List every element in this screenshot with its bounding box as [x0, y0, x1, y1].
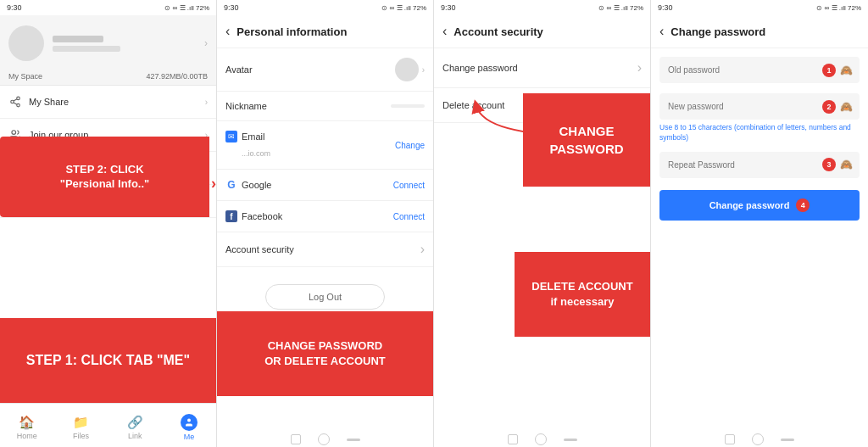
eye-icon-repeat[interactable]: 🙈	[840, 159, 853, 170]
me-badge	[181, 414, 198, 431]
status-icons-4: ⊙ ∞ ☰ .ıll 72%	[816, 4, 861, 12]
back-button[interactable]: ‹	[225, 24, 230, 39]
nickname-label: Nickname	[225, 101, 267, 111]
google-label: Google	[242, 180, 271, 190]
back-button[interactable]: ‹	[659, 24, 664, 39]
nav-home[interactable]: 🏠 Home	[0, 411, 54, 440]
repeat-password-badge: 3	[822, 158, 836, 171]
link-icon: 🔗	[127, 415, 143, 430]
back-gesture	[508, 434, 518, 444]
nav-home-label: Home	[17, 432, 37, 440]
google-row[interactable]: G Google Connect	[217, 170, 433, 201]
menu-item-left: My Share	[8, 95, 69, 109]
nav-me[interactable]: Me	[162, 411, 216, 441]
status-icons-3: ⊙ ∞ ☰ .ıll 72%	[598, 4, 643, 12]
svg-point-2	[17, 103, 20, 107]
email-label: Email	[242, 131, 265, 142]
delete-account-label: Delete account	[442, 100, 504, 110]
status-icons-1: ⊙ ∞ ☰ .ıll 72%	[164, 4, 209, 12]
status-bar-3: 9:30 ⊙ ∞ ☰ .ıll 72%	[434, 0, 650, 15]
logout-button[interactable]: Log Out	[265, 284, 385, 310]
change-password-label: Change password	[442, 63, 518, 73]
facebook-left: f Facebook	[225, 210, 282, 222]
avatar-right: ›	[395, 58, 425, 81]
email-row[interactable]: ✉ Email ...io.com Change	[217, 121, 433, 170]
connect-google-button[interactable]: Connect	[393, 181, 425, 190]
status-bar-2: 9:30 ⊙ ∞ ☰ .ıll 72%	[217, 0, 433, 15]
account-security-chevron-icon: ›	[420, 242, 425, 257]
account-security-label: Account security	[225, 244, 294, 254]
eye-icon-new[interactable]: 🙈	[840, 101, 853, 113]
connect-facebook-button[interactable]: Connect	[393, 212, 425, 221]
chevron-icon: ›	[205, 98, 208, 107]
nickname-value	[391, 104, 425, 108]
nav-link[interactable]: 🔗 Link	[108, 411, 163, 440]
nav-me-label: Me	[184, 433, 195, 441]
back-gesture	[291, 434, 301, 444]
facebook-icon: f	[225, 210, 237, 222]
time-2: 9:30	[224, 3, 239, 12]
panel3-account-security: 9:30 ⊙ ∞ ☰ .ıll 72% ‹ Account security C…	[434, 0, 651, 447]
time-1: 9:30	[7, 3, 22, 12]
svg-point-9	[187, 418, 191, 422]
gesture-bar-2	[217, 432, 433, 447]
bottom-nav: 🏠 Home 📁 Files 🔗 Link Me	[0, 403, 216, 447]
home-gesture	[535, 433, 547, 445]
change-password-overlay: CHANGE PASSWORD	[523, 93, 650, 187]
account-security-row[interactable]: Account security ›	[217, 232, 433, 267]
gesture-bar-3	[434, 432, 650, 447]
panel1-me: 9:30 ⊙ ∞ ☰ .ıll 72% › My Space 427.92MB/…	[0, 0, 217, 447]
back-gesture	[725, 434, 735, 444]
change-password-header: ‹ Change password	[651, 15, 868, 48]
account-security-header: ‹ Account security	[434, 15, 650, 48]
home-gesture	[318, 433, 330, 445]
email-left: ✉ Email ...io.com	[225, 131, 270, 159]
old-password-wrap: 1 🙈	[659, 57, 860, 83]
facebook-label: Facebook	[242, 211, 282, 221]
change-password-button[interactable]: Change password 4	[659, 190, 860, 221]
home-icon: 🏠	[19, 415, 35, 430]
chevron-right-icon: ›	[637, 60, 642, 75]
home-gesture	[752, 433, 764, 445]
my-space-label: My Space	[8, 72, 42, 81]
storage-value: 427.92MB/0.00TB	[146, 72, 208, 81]
svg-point-1	[11, 100, 14, 103]
chevron-right-icon[interactable]: ›	[204, 37, 208, 49]
status-bar-4: 9:30 ⊙ ∞ ☰ .ıll 72%	[651, 0, 868, 15]
status-icons-2: ⊙ ∞ ☰ .ıll 72%	[381, 4, 426, 12]
panel2-personal-info: 9:30 ⊙ ∞ ☰ .ıll 72% ‹ Personal informati…	[217, 0, 434, 447]
change-password-title: Change password	[670, 25, 765, 38]
new-password-badge: 2	[822, 100, 836, 114]
back-button[interactable]: ‹	[442, 24, 447, 39]
change-password-button-badge: 4	[796, 198, 810, 212]
avatar-row[interactable]: Avatar ›	[217, 48, 433, 92]
svg-line-4	[14, 99, 17, 101]
email-value: ...io.com	[225, 149, 270, 158]
change-email-button[interactable]: Change	[395, 141, 425, 150]
menu-content: My Share › Join our group › Special Acco…	[0, 86, 216, 447]
recent-gesture	[347, 439, 360, 441]
recent-gesture	[564, 439, 577, 441]
step2-overlay: STEP 2: CLICK "Persional Info.."	[0, 137, 209, 217]
google-left: G Google	[225, 179, 271, 191]
avatar-label: Avatar	[225, 64, 253, 75]
nav-files[interactable]: 📁 Files	[54, 411, 108, 440]
nickname-row[interactable]: Nickname	[217, 92, 433, 121]
google-icon: G	[225, 179, 237, 191]
old-password-badge: 1	[822, 64, 836, 77]
avatar	[8, 25, 44, 61]
change-password-row[interactable]: Change password ›	[434, 48, 650, 88]
personal-info-title: Personal information	[236, 25, 347, 38]
password-hint: Use 8 to 15 characters (combination of l…	[651, 120, 868, 143]
facebook-row[interactable]: f Facebook Connect	[217, 201, 433, 232]
panel4-change-password: 9:30 ⊙ ∞ ☰ .ıll 72% ‹ Change password 1 …	[651, 0, 868, 447]
change-password-delete-overlay: CHANGE PASSWORD OR DELETE ACCOUNT	[217, 311, 433, 396]
storage-row: My Space 427.92MB/0.00TB	[0, 68, 216, 86]
eye-icon-old[interactable]: 🙈	[840, 64, 853, 76]
myshare-label: My Share	[29, 97, 69, 107]
menu-item-myshare[interactable]: My Share ›	[0, 86, 216, 119]
status-bar-1: 9:30 ⊙ ∞ ☰ .ıll 72%	[0, 0, 216, 15]
time-4: 9:30	[658, 3, 673, 12]
recent-gesture	[781, 439, 794, 441]
avatar-preview	[395, 58, 419, 81]
